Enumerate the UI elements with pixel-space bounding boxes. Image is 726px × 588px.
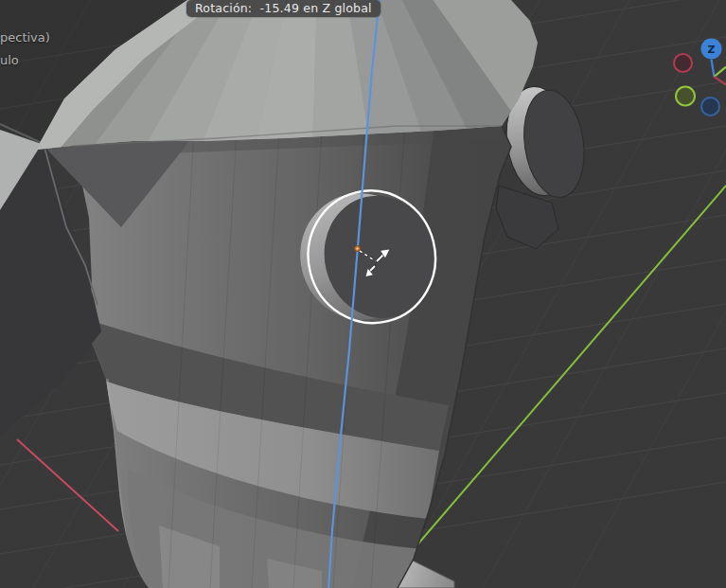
gizmo-z-label: Z	[708, 44, 716, 56]
gizmo-axis-x-negative-ball[interactable]	[674, 54, 692, 72]
object-origin	[355, 246, 361, 252]
gizmo-axis-z-negative-ball[interactable]	[701, 98, 719, 116]
viewport-canvas[interactable]: Z	[0, 0, 726, 588]
gizmo-axis-y-negative-ball[interactable]	[676, 87, 695, 106]
blender-3d-viewport[interactable]: Z Rotación: -15.49 en Z global pectiva) …	[0, 0, 726, 588]
rotation-tooltip: Rotación: -15.49 en Z global	[186, 0, 381, 17]
